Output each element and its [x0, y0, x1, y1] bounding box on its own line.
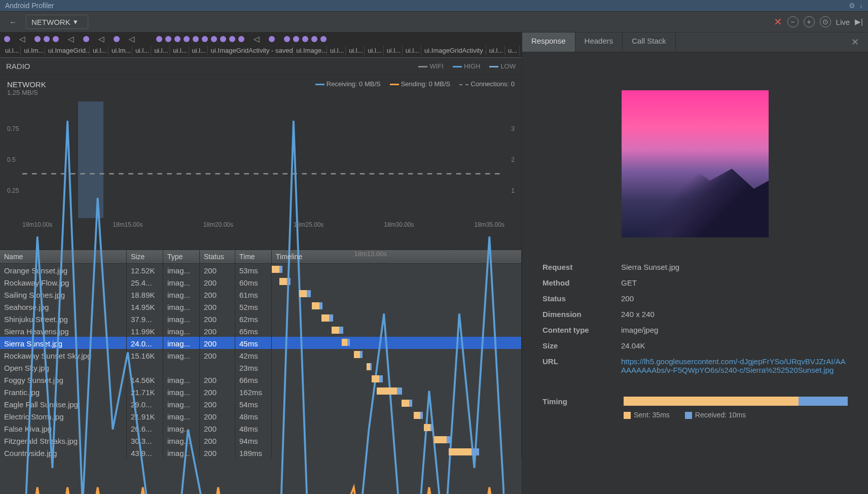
chart-title: NETWORK: [7, 80, 46, 89]
detail-value: Sierra Sunset.jpg: [621, 263, 848, 271]
detail-value: 240 x 240: [621, 310, 848, 319]
y-axis-right: 3 2 1: [504, 101, 515, 218]
detail-label: Size: [542, 341, 621, 350]
tab-callstack[interactable]: Call Stack: [623, 32, 676, 52]
detail-value: GET: [621, 278, 848, 287]
jump-to-live-icon[interactable]: ▶|: [855, 17, 863, 26]
activity-tab[interactable]: ui.l...: [151, 46, 170, 55]
activity-track[interactable]: ◁◁◁◁◁ ui.l...ui.Im...ui.ImageGrid...ui.l…: [0, 32, 522, 58]
gear-icon[interactable]: ⚙: [849, 2, 855, 10]
timing-label: Timing: [542, 397, 613, 406]
detail-value[interactable]: https://lh5.googleusercontent.com/-dJgje…: [621, 357, 848, 374]
section-dropdown[interactable]: NETWORK ▾: [26, 15, 88, 29]
activity-tab[interactable]: ui.ImageGridActivity ...: [421, 46, 486, 55]
detail-tabs: Response Headers Call Stack ✕: [522, 32, 868, 52]
activity-tab[interactable]: ui.l...: [189, 46, 208, 55]
live-label: Live: [836, 18, 850, 26]
timeline-marker: 18m13.00s: [351, 250, 386, 259]
zoom-reset-button[interactable]: ⊙: [820, 16, 831, 27]
activity-tab[interactable]: ui.l...: [132, 46, 151, 55]
activity-tab[interactable]: ui.Image...: [293, 46, 327, 55]
detail-label: Request: [542, 263, 621, 271]
detail-label: Status: [542, 294, 621, 303]
window-title: Android Profiler: [5, 2, 54, 10]
activity-tab[interactable]: ui.l...: [365, 46, 383, 55]
activity-tab[interactable]: ui.l...: [2, 46, 21, 55]
detail-value: 200: [621, 294, 848, 303]
activity-tab[interactable]: ui.ImageGridActivity - saved ...: [208, 46, 294, 55]
timing-recv-label: Received: 10ms: [695, 411, 746, 419]
tab-response[interactable]: Response: [522, 32, 575, 52]
detail-label: Method: [542, 278, 621, 287]
y-axis-left: 0.75 0.5 0.25: [7, 101, 22, 218]
timing-sent-label: Sent: 35ms: [634, 411, 670, 419]
col-timeline: Timeline 18m13.00s: [272, 250, 522, 263]
response-preview-image: [622, 90, 769, 237]
detail-label: Content type: [542, 326, 621, 334]
timing-bar: [624, 397, 848, 406]
zoom-in-button[interactable]: +: [804, 16, 815, 27]
tab-headers[interactable]: Headers: [575, 32, 623, 52]
activity-tab[interactable]: ui.l...: [486, 46, 505, 55]
detail-value: 24.04K: [621, 341, 848, 350]
timing-section: Timing Sent: 35ms Received: 10ms: [522, 381, 868, 434]
detail-label: Dimension: [542, 310, 621, 319]
zoom-out-button[interactable]: −: [787, 16, 799, 27]
activity-tab[interactable]: ui.l...: [170, 46, 189, 55]
chart-legend: Receiving: 0 MB/S Sending: 0 MB/S Connec…: [315, 80, 515, 96]
activity-tab[interactable]: u...: [505, 46, 520, 55]
chart-subtitle: 1.25 MB/S: [7, 89, 46, 96]
activity-tab[interactable]: ui.l...: [327, 46, 346, 55]
section-label: NETWORK: [31, 18, 70, 26]
back-button[interactable]: ←: [5, 16, 21, 28]
detail-value: image/jpeg: [621, 326, 848, 334]
activity-tab[interactable]: ui.ImageGrid...: [45, 46, 90, 55]
activity-tab[interactable]: ui.l...: [403, 46, 421, 55]
activity-tab[interactable]: ui.l...: [90, 46, 108, 55]
minimize-icon[interactable]: ↓: [859, 2, 863, 10]
activity-tab[interactable]: ui.l...: [384, 46, 403, 55]
x-axis: 18m10.00s18m15.00s18m20.00s18m25.00s18m3…: [22, 221, 504, 228]
network-chart[interactable]: NETWORK 1.25 MB/S Receiving: 0 MB/S Send…: [0, 75, 522, 250]
titlebar: Android Profiler ⚙ ↓: [0, 0, 868, 12]
request-details: RequestSierra Sunset.jpgMethodGETStatus2…: [522, 263, 868, 381]
radio-label: RADIO: [6, 62, 30, 70]
activity-tab[interactable]: ui.Im...: [21, 46, 45, 55]
chevron-down-icon: ▾: [74, 17, 78, 26]
detail-label: URL: [542, 357, 621, 374]
activity-tab[interactable]: ui.lm...: [108, 46, 132, 55]
toolbar: ← NETWORK ▾ ✕ − + ⊙ Live ▶|: [0, 12, 868, 32]
close-button[interactable]: ✕: [774, 16, 782, 28]
radio-legend: WIFI HIGH LOW: [418, 62, 516, 70]
activity-tab[interactable]: ui.l...: [346, 46, 365, 55]
radio-section: RADIO WIFI HIGH LOW: [0, 58, 522, 75]
tab-close-button[interactable]: ✕: [846, 32, 864, 52]
